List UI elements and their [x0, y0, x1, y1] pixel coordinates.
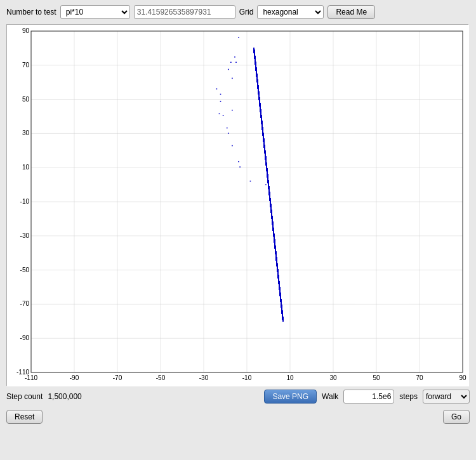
read-me-button[interactable]: Read Me: [327, 5, 375, 19]
grid-select[interactable]: hexagonalsquaretriangular: [257, 5, 324, 19]
plot-area: [6, 24, 468, 386]
toolbar: Number to test pi*10piesqrt(2)custom Gri…: [0, 0, 476, 24]
save-png-button[interactable]: Save PNG: [264, 390, 317, 404]
direction-select[interactable]: forwardbackward: [423, 390, 470, 404]
bottom-bar: Step count 1,500,000 Save PNG Walk steps…: [0, 386, 476, 407]
reset-button[interactable]: Reset: [6, 410, 43, 424]
walk-input[interactable]: [343, 390, 394, 404]
steps-label: steps: [399, 392, 418, 401]
go-button[interactable]: Go: [443, 410, 470, 424]
plot-canvas: [7, 25, 469, 386]
reset-bar: Reset Go: [0, 407, 476, 426]
number-select[interactable]: pi*10piesqrt(2)custom: [60, 5, 130, 19]
walk-label: Walk: [322, 392, 338, 401]
number-to-test-label: Number to test: [6, 8, 56, 16]
step-count-label: Step count: [6, 392, 43, 401]
grid-label: Grid: [239, 8, 254, 16]
value-display[interactable]: [134, 5, 235, 19]
step-count-value: 1,500,000: [48, 392, 81, 401]
